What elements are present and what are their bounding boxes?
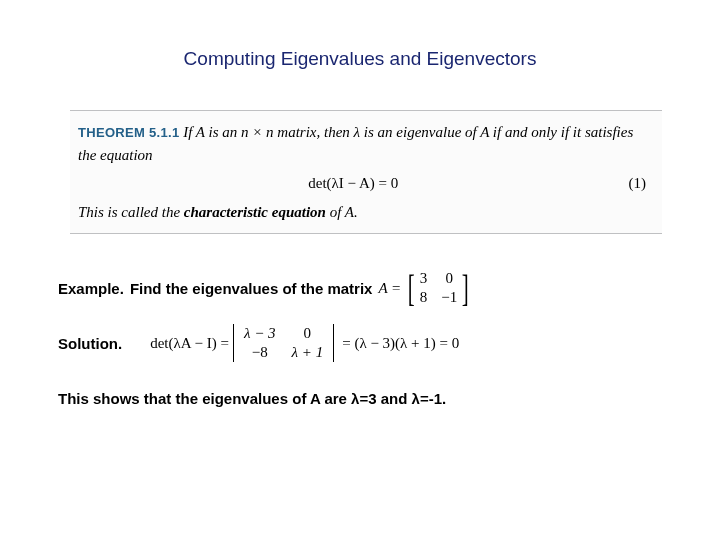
theorem-trail-bold: characteristic equation: [184, 204, 326, 220]
matrix-A: A = [ 3 0 8 −1 ]: [378, 270, 472, 306]
example-label: Example.: [58, 280, 124, 297]
det-cell: −8: [244, 344, 276, 361]
vbar-left-icon: [233, 324, 234, 362]
matrix-cell: 0: [441, 270, 457, 287]
bracket-left-icon: [: [408, 272, 415, 304]
vbar-right-icon: [333, 324, 334, 362]
equation-number: (1): [629, 172, 647, 195]
matrix-cell: 3: [420, 270, 428, 287]
theorem-trail-end: of A.: [326, 204, 358, 220]
theorem-equation-row: det(λI − A) = 0 (1): [78, 172, 648, 195]
matrix-grid: 3 0 8 −1: [418, 270, 459, 306]
theorem-box: THEOREM 5.1.1 If A is an n × n matrix, t…: [70, 110, 662, 234]
example-row: Example. Find the eigenvalues of the mat…: [58, 270, 720, 306]
matrix-lhs: A =: [378, 280, 401, 297]
det-cell: 0: [292, 325, 324, 342]
solution-row: Solution. det(λA − I) = λ − 3 0 −8 λ + 1…: [58, 324, 720, 362]
theorem-trail-plain: This is called the: [78, 204, 184, 220]
det-lhs: det(λA − I) =: [150, 335, 229, 352]
bracket-right-icon: ]: [462, 272, 469, 304]
matrix-cell: −1: [441, 289, 457, 306]
solution-label: Solution.: [58, 335, 122, 352]
theorem-label: THEOREM 5.1.1: [78, 125, 179, 140]
matrix-cell: 8: [420, 289, 428, 306]
example-text: Find the eigenvalues of the matrix: [130, 280, 373, 297]
conclusion: This shows that the eigenvalues of A are…: [58, 390, 720, 407]
det-rhs: = (λ − 3)(λ + 1) = 0: [342, 335, 459, 352]
page-title: Computing Eigenvalues and Eigenvectors: [0, 48, 720, 70]
det-cell: λ + 1: [292, 344, 324, 361]
theorem-equation: det(λI − A) = 0: [78, 172, 629, 195]
det-grid: λ − 3 0 −8 λ + 1: [238, 325, 329, 361]
determinant-equation: det(λA − I) = λ − 3 0 −8 λ + 1 = (λ − 3)…: [150, 324, 459, 362]
det-cell: λ − 3: [244, 325, 276, 342]
